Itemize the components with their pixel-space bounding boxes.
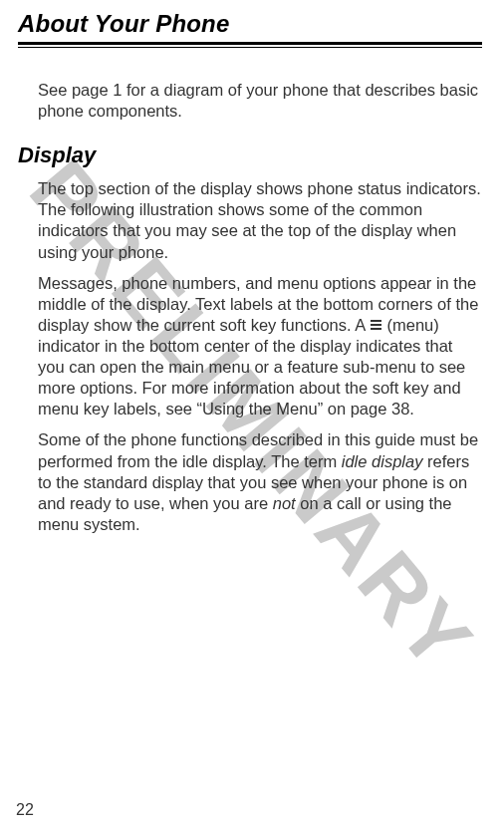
menu-icon [371,320,381,330]
intro-paragraph: See page 1 for a diagram of your phone t… [38,80,482,121]
paragraph-3-idle: idle display [342,452,423,470]
paragraph-3-not: not [273,494,296,512]
paragraph-3: Some of the phone functions described in… [38,429,482,535]
paragraph-1: The top section of the display shows pho… [38,178,482,262]
paragraph-2: Messages, phone numbers, and menu option… [38,273,482,420]
title-rule-thick [18,42,482,45]
page-title: About Your Phone [18,10,482,38]
section-heading-display: Display [18,142,482,168]
page-content: About Your Phone See page 1 for a diagra… [18,10,482,535]
title-rule-thin [18,47,482,48]
page-number: 22 [16,801,34,819]
